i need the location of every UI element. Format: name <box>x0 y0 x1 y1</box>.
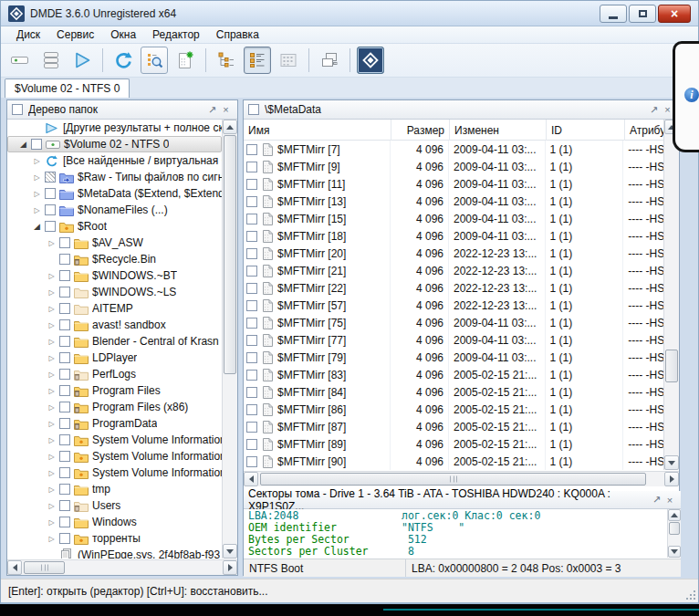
file-row[interactable]: $MFTMirr [89]4 0962005-02-15 21:...1 (1)… <box>244 435 663 453</box>
title-bar[interactable]: DMDE 3.6.0 Unregistered x64 × <box>1 1 698 26</box>
open-disk-button[interactable] <box>6 47 34 74</box>
menu-disk[interactable]: Диск <box>8 27 48 42</box>
file-checkbox[interactable] <box>246 266 257 277</box>
expand-panel-icon[interactable]: ↗ <box>647 104 661 116</box>
item-checkbox[interactable] <box>59 402 70 412</box>
expand-icon[interactable]: ▷ <box>29 157 45 165</box>
expand-icon[interactable]: ▷ <box>44 436 59 444</box>
file-checkbox[interactable] <box>246 196 257 207</box>
item-checkbox[interactable] <box>59 451 70 462</box>
menu-help[interactable]: Справка <box>208 27 267 42</box>
file-checkbox[interactable] <box>246 387 257 398</box>
collapse-icon[interactable]: ◢ <box>29 222 45 231</box>
files-vertical-scrollbar[interactable] <box>663 120 679 470</box>
item-checkbox[interactable] <box>59 418 70 429</box>
file-row[interactable]: $MFTMirr [84]4 0962005-02-15 21:...1 (1)… <box>244 383 663 401</box>
tab-volume-ntfs[interactable]: $Volume 02 - NTFS 0 <box>5 78 130 98</box>
item-checkbox[interactable] <box>59 319 70 330</box>
file-checkbox[interactable] <box>246 439 257 450</box>
file-checkbox[interactable] <box>246 231 257 242</box>
expand-icon[interactable]: ▷ <box>44 305 59 313</box>
close-panel-icon[interactable]: × <box>663 495 676 506</box>
files-scroll-left-button[interactable] <box>244 472 258 486</box>
expand-icon[interactable]: ▷ <box>29 190 45 198</box>
expand-icon[interactable]: ▷ <box>44 469 59 477</box>
file-row[interactable]: $MFTMirr [83]4 0962005-02-15 21:...1 (1)… <box>244 366 663 383</box>
file-row[interactable]: $MFTMirr [20]4 0962022-12-23 13:...1 (1)… <box>244 245 663 262</box>
item-checkbox[interactable] <box>59 467 70 478</box>
tree-item[interactable]: ▷Blender - Central of Krasn <box>7 333 222 350</box>
files-hscroll-thumb[interactable] <box>260 473 646 485</box>
item-checkbox[interactable] <box>59 500 70 511</box>
files-select-all-checkbox[interactable] <box>248 104 259 115</box>
tree-item[interactable]: ▷LDPlayer <box>7 350 222 366</box>
menu-service[interactable]: Сервис <box>48 27 102 42</box>
file-checkbox[interactable] <box>246 300 257 311</box>
refresh-button[interactable] <box>110 47 137 74</box>
item-checkbox[interactable] <box>59 287 70 298</box>
close-panel-icon[interactable]: × <box>219 104 233 115</box>
tree-item[interactable]: ▷Users <box>7 497 222 514</box>
file-row[interactable]: $MFTMirr [75]4 0962009-04-11 03:...1 (1)… <box>244 314 663 331</box>
column-size[interactable]: Размер <box>391 120 450 141</box>
file-checkbox[interactable] <box>246 335 257 346</box>
column-attributes[interactable]: Атрибуты <box>625 120 665 141</box>
item-checkbox[interactable] <box>59 254 70 265</box>
item-checkbox[interactable] <box>45 204 56 215</box>
file-checkbox[interactable] <box>246 162 257 172</box>
column-modified[interactable]: Изменен <box>450 120 547 141</box>
file-checkbox[interactable] <box>246 370 257 381</box>
tree-scroll-down-button[interactable] <box>223 544 237 559</box>
item-checkbox[interactable] <box>59 369 70 380</box>
file-checkbox[interactable] <box>246 456 257 467</box>
expand-icon[interactable]: ▷ <box>44 535 59 543</box>
new-scan-button[interactable] <box>172 47 199 74</box>
item-checkbox[interactable] <box>59 336 70 347</box>
file-row[interactable]: $MFTMirr [13]4 0962009-04-11 03:...1 (1)… <box>244 193 663 210</box>
tree-item[interactable]: (WinPEpge.sys, 2f4bf8ab-f93 <box>7 547 222 559</box>
collapse-icon[interactable]: ◢ <box>16 140 31 149</box>
expand-icon[interactable]: ▷ <box>44 485 59 494</box>
item-checkbox[interactable] <box>59 237 70 248</box>
file-row[interactable]: $MFTMirr [87]4 0962005-02-15 21:...1 (1)… <box>244 418 663 435</box>
tree-scroll-up-button[interactable] <box>223 120 237 134</box>
item-checkbox[interactable] <box>59 533 70 544</box>
column-name[interactable]: Имя <box>244 120 391 141</box>
files-scroll-down-button[interactable] <box>664 455 679 470</box>
item-checkbox[interactable] <box>59 385 70 396</box>
minimize-button[interactable] <box>600 5 627 23</box>
expand-icon[interactable]: ▷ <box>44 518 59 527</box>
file-checkbox[interactable] <box>246 179 257 190</box>
sector-hex-view[interactable]: LBA:2048лог.сек:0 Клас:0 сек:0OEM identi… <box>244 509 681 558</box>
file-checkbox[interactable] <box>246 248 257 259</box>
tree-view-button[interactable] <box>213 47 240 74</box>
tree-item[interactable]: ▷System Volume Information <box>7 448 222 465</box>
files-scroll-right-button[interactable] <box>664 472 679 486</box>
file-row[interactable]: $MFTMirr [57]4 0962022-12-23 13:...1 (1)… <box>244 297 663 314</box>
sector-scroll-down-button[interactable] <box>668 546 681 558</box>
file-checkbox[interactable] <box>246 404 257 415</box>
tree-hscroll-thumb[interactable] <box>24 561 65 574</box>
tree-item[interactable]: ▷System Volume Information <box>7 465 222 481</box>
item-checkbox[interactable] <box>45 172 56 183</box>
tree-scroll-left-button[interactable] <box>7 560 22 575</box>
tree-item[interactable]: ▷Program Files <box>7 382 222 399</box>
tree-item[interactable]: ▷$WINDOWS.~BT <box>7 267 222 284</box>
file-row[interactable]: $MFTMirr [15]4 0962009-04-11 03:...1 (1)… <box>244 210 663 227</box>
tree-item[interactable]: ▷$MetaData ($Extend, $Extended) <box>7 185 222 202</box>
tree-vertical-scrollbar[interactable] <box>222 120 237 559</box>
menu-editor[interactable]: Редактор <box>144 27 208 42</box>
expand-icon[interactable]: ▷ <box>44 321 59 329</box>
file-row[interactable]: $MFTMirr [79]4 0962009-04-11 03:...1 (1)… <box>244 349 663 366</box>
cascade-windows-button[interactable] <box>316 47 343 74</box>
tree-vscroll-thumb[interactable] <box>224 135 236 374</box>
item-checkbox[interactable] <box>59 270 70 281</box>
tree-horizontal-scrollbar[interactable] <box>7 559 237 575</box>
file-row[interactable]: $MFTMirr [77]4 0962009-04-11 03:...1 (1)… <box>244 331 663 349</box>
tree-item[interactable]: ▷$NonameFiles (...) <box>7 202 222 218</box>
file-checkbox[interactable] <box>246 352 257 363</box>
expand-icon[interactable]: ▷ <box>44 420 59 428</box>
files-vscroll-thumb[interactable] <box>665 350 678 382</box>
sector-scroll-up-button[interactable] <box>668 509 681 521</box>
item-checkbox[interactable] <box>31 139 42 150</box>
